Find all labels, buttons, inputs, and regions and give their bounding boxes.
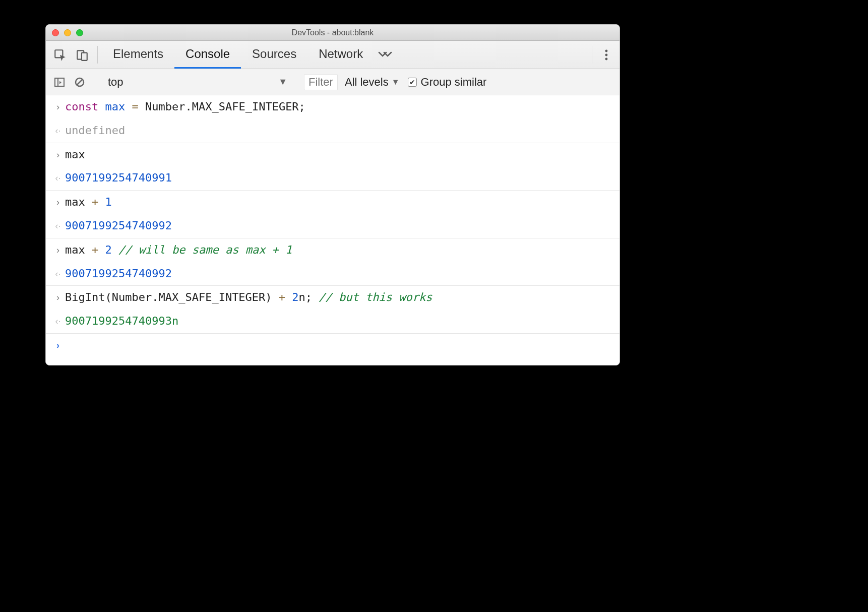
svg-point-5 (605, 57, 608, 60)
token-plain (285, 291, 292, 303)
input-prompt-icon: › (51, 147, 65, 161)
token-op: = (132, 100, 138, 113)
token-plain (98, 243, 105, 256)
token-numlit: 2 (292, 291, 298, 303)
console-entry: ›max + 1‹·9007199254740992 (46, 191, 619, 238)
console-output-row: ‹·9007199254740992 (46, 262, 619, 286)
console-input-code: max (65, 147, 85, 163)
input-prompt-icon: › (51, 99, 65, 113)
checkbox-icon: ✔ (408, 78, 417, 87)
token-plain (98, 196, 105, 208)
input-prompt-icon: › (51, 195, 65, 209)
console-input-code: max + 1 (65, 195, 112, 210)
console-input-row[interactable]: ›max + 1 (46, 191, 619, 214)
token-op: + (92, 243, 98, 256)
execution-context-label: top (108, 76, 123, 89)
token-plain (125, 100, 132, 113)
devtools-window: DevTools - about:blank ElementsConsoleSo… (45, 24, 620, 365)
output-prompt-icon: ‹· (51, 170, 65, 185)
log-levels-selector[interactable]: All levels ▼ (345, 76, 400, 89)
token-num: 9007199254740992 (65, 267, 172, 280)
execution-context-selector[interactable]: top ▼ (103, 76, 289, 89)
window-title: DevTools - about:blank (46, 28, 619, 37)
token-op: + (92, 196, 98, 208)
log-levels-label: All levels (345, 76, 389, 89)
token-plain (112, 243, 118, 256)
filter-input[interactable]: Filter (304, 74, 338, 90)
console-input-code: max + 2 // will be same as max + 1 (65, 242, 292, 258)
svg-rect-2 (82, 52, 87, 60)
more-tabs-icon[interactable] (374, 41, 396, 69)
devtools-tabs: ElementsConsoleSourcesNetwork (46, 41, 619, 69)
console-input-row[interactable]: ›max + 2 // will be same as max + 1 (46, 238, 619, 262)
token-bigint: 9007199254740993n (65, 315, 178, 327)
token-op: + (279, 291, 285, 303)
input-prompt-icon: › (51, 242, 65, 257)
svg-point-3 (605, 49, 608, 52)
token-kw: const (65, 100, 98, 113)
window-titlebar: DevTools - about:blank (46, 25, 619, 41)
device-toolbar-icon[interactable] (71, 41, 93, 69)
chevron-down-icon: ▼ (392, 78, 400, 87)
filter-placeholder: Filter (308, 76, 333, 88)
group-similar-toggle[interactable]: ✔ Group similar (408, 76, 487, 89)
console-output-value: 9007199254740992 (65, 218, 172, 234)
output-prompt-icon: ‹· (51, 314, 65, 328)
console-filter-bar: top ▼ Filter All levels ▼ ✔ Group simila… (46, 69, 619, 95)
console-input-code: const max = Number.MAX_SAFE_INTEGER; (65, 99, 305, 115)
tab-sources[interactable]: Sources (241, 41, 307, 69)
token-numlit: 2 (105, 243, 111, 256)
console-output-row: ‹·9007199254740991 (46, 166, 619, 190)
console-entry: ›const max = Number.MAX_SAFE_INTEGER;‹·u… (46, 95, 619, 143)
token-undef: undefined (65, 124, 125, 137)
output-prompt-icon: ‹· (51, 123, 65, 137)
chevron-down-icon: ▼ (278, 77, 287, 87)
separator (592, 46, 592, 64)
token-num: 9007199254740992 (65, 219, 172, 232)
tab-network[interactable]: Network (307, 41, 374, 69)
console-entry: ›BigInt(Number.MAX_SAFE_INTEGER) + 2n; /… (46, 286, 619, 334)
token-ident: max (105, 100, 125, 113)
console-output: ›const max = Number.MAX_SAFE_INTEGER;‹·u… (46, 95, 619, 365)
token-num: 9007199254740991 (65, 171, 172, 184)
console-input-row[interactable]: ›BigInt(Number.MAX_SAFE_INTEGER) + 2n; /… (46, 286, 619, 310)
inspect-element-icon[interactable] (49, 41, 71, 69)
token-comment: // will be same as max + 1 (118, 243, 292, 256)
tab-elements[interactable]: Elements (102, 41, 174, 69)
token-plain: max (65, 148, 85, 161)
console-output-row: ‹·9007199254740992 (46, 214, 619, 238)
console-output-value: 9007199254740992 (65, 266, 172, 282)
token-plain: n; (299, 291, 319, 303)
token-plain: BigInt(Number.MAX_SAFE_INTEGER) (65, 291, 279, 303)
tab-console[interactable]: Console (174, 41, 241, 69)
console-sidebar-toggle-icon[interactable] (51, 77, 68, 88)
console-output-value: 9007199254740993n (65, 314, 178, 329)
output-prompt-icon: ‹· (51, 218, 65, 232)
separator (97, 46, 98, 64)
token-plain (98, 100, 105, 113)
token-comment: // but this works (319, 291, 432, 303)
console-entry: ›max‹·9007199254740991 (46, 143, 619, 191)
console-live-prompt[interactable]: › (46, 334, 619, 365)
console-input-row[interactable]: ›const max = Number.MAX_SAFE_INTEGER; (46, 95, 619, 119)
devtools-menu-icon[interactable] (596, 41, 616, 69)
console-output-row: ‹·9007199254740993n (46, 310, 619, 333)
input-prompt-icon: › (51, 290, 65, 304)
token-plain: max (65, 243, 92, 256)
input-prompt-icon: › (51, 338, 65, 352)
console-input-row[interactable]: ›max (46, 143, 619, 167)
token-plain: Number.MAX_SAFE_INTEGER; (139, 100, 305, 113)
console-input-code: BigInt(Number.MAX_SAFE_INTEGER) + 2n; //… (65, 290, 432, 305)
output-prompt-icon: ‹· (51, 266, 65, 280)
group-similar-label: Group similar (421, 76, 487, 89)
console-output-value: undefined (65, 123, 125, 139)
token-numlit: 1 (105, 196, 111, 208)
token-plain: max (65, 196, 92, 208)
svg-point-4 (605, 53, 608, 56)
console-output-value: 9007199254740991 (65, 170, 172, 186)
clear-console-icon[interactable] (71, 77, 88, 88)
console-output-row: ‹·undefined (46, 119, 619, 143)
console-entry: ›max + 2 // will be same as max + 1‹·900… (46, 238, 619, 286)
